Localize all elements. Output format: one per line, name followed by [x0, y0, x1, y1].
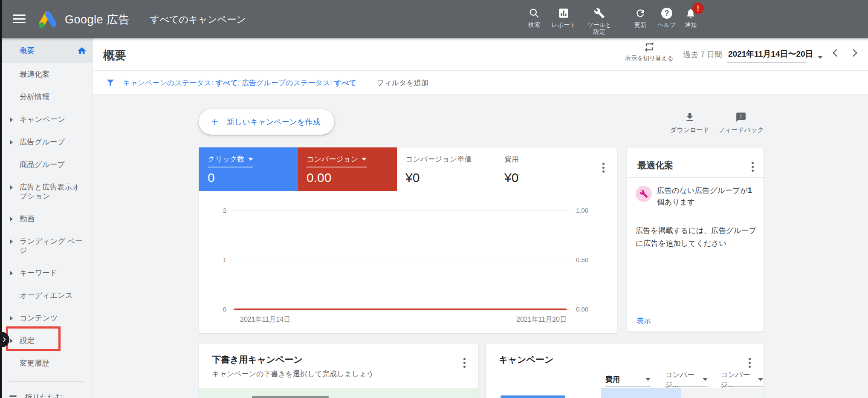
filter-funnel-icon — [106, 78, 115, 87]
clipped-link-fragment — [501, 395, 565, 398]
reports-icon — [558, 8, 569, 19]
sidebar-nav: 概要 最適化案 分析情報 キャンペーン 広告グループ 商品グループ 広告と広告表… — [0, 38, 93, 398]
metric-cost-per-conversion-value: ¥0 — [405, 170, 420, 185]
draft-campaigns-subtitle: キャンペーンの下書きを選択して完成しましょう — [212, 369, 374, 379]
filter-status-chip[interactable]: キャンペーンのステータス: すべて; 広告グループのステータス: すべて — [123, 78, 356, 88]
refresh-icon — [635, 8, 646, 19]
optimization-wrench-badge — [636, 186, 652, 202]
caret-down-icon — [703, 378, 708, 381]
sidebar-item-keywords[interactable]: キーワード — [0, 262, 93, 284]
clipped-text-fragment — [252, 396, 329, 398]
draft-row[interactable] — [199, 388, 478, 398]
left-axis-tick: 2 — [211, 207, 226, 214]
campaigns-column-select-conversions[interactable]: コンバージ... — [665, 372, 708, 387]
tools-settings-button[interactable]: ツールと設定 — [579, 8, 620, 35]
sidebar-item-recommendations[interactable]: 最適化案 — [0, 63, 93, 86]
view-toggle-label: 表示を切り替える — [617, 55, 681, 62]
sidebar-collapse-button[interactable]: 折りたたむ — [0, 386, 93, 398]
google-ads-app: Google 広告 すべてのキャンペーン 検索 レポート ツールと設定 — [0, 0, 868, 398]
sidebar-item-change-history[interactable]: 変更履歴 — [0, 352, 93, 375]
download-label: ダウンロード — [664, 126, 715, 134]
date-range-underline — [727, 62, 806, 63]
x-axis-start-label: 2021年11月14日 — [240, 315, 290, 324]
download-button[interactable]: ダウンロード — [664, 112, 715, 134]
campaigns-column-select-conversions2[interactable]: コンバージ... — [720, 372, 763, 387]
main-canvas: 新しいキャンペーンを作成 ダウンロード フィードバック クリック数 0 コンバー… — [93, 95, 868, 398]
sidebar-item-ads-extensions[interactable]: 広告と広告表示オプション — [0, 176, 93, 208]
left-axis-tick: 1 — [211, 256, 226, 263]
feedback-button[interactable]: フィードバック — [715, 112, 767, 134]
sidebar-item-content[interactable]: コンテンツ — [0, 307, 93, 329]
campaigns-row-conversion-cell — [681, 388, 764, 398]
metric-cost-value: ¥0 — [504, 170, 518, 185]
chevron-left-icon — [830, 47, 841, 58]
expand-arrow-icon — [10, 185, 13, 190]
metric-separator — [595, 147, 595, 191]
sidebar-item-audiences[interactable]: オーディエンス — [0, 284, 93, 307]
metric-separator — [496, 147, 496, 191]
sidebar-item-insights[interactable]: 分析情報 — [0, 86, 93, 108]
new-campaign-button[interactable]: 新しいキャンペーンを作成 — [199, 109, 334, 135]
campaigns-more-options-button[interactable] — [747, 356, 752, 369]
google-ads-logo-icon[interactable] — [37, 9, 59, 29]
reports-button[interactable]: レポート — [543, 8, 584, 28]
notifications-button[interactable]: 通知 — [670, 8, 711, 28]
sidebar-item-ad-groups[interactable]: 広告グループ — [0, 131, 93, 153]
sidebar-item-settings[interactable]: 設定 — [0, 329, 93, 352]
new-campaign-label: 新しいキャンペーンを作成 — [227, 117, 320, 127]
sidebar-item-overview[interactable]: 概要 — [0, 38, 93, 63]
wrench-icon — [639, 190, 648, 198]
caret-down-icon — [248, 158, 253, 161]
caret-down-icon — [362, 158, 367, 161]
metric-cost-per-conversion[interactable]: コンバージョン単価 ¥0 — [397, 147, 496, 191]
right-axis-tick: 1.00 — [576, 207, 602, 214]
view-toggle-button[interactable]: 表示を切り替える — [617, 41, 681, 62]
draft-campaigns-title: 下書き用キャンペーン — [212, 354, 303, 366]
plus-icon — [210, 117, 220, 127]
metric-cost[interactable]: 費用 ¥0 — [496, 147, 595, 191]
expand-arrow-icon — [10, 118, 13, 122]
conversions-series-line — [234, 309, 567, 310]
next-period-button[interactable] — [849, 47, 860, 60]
notifications-label: 通知 — [670, 21, 711, 28]
expand-arrow-icon — [10, 217, 13, 221]
sidebar-item-campaigns[interactable]: キャンペーン — [0, 108, 93, 131]
optimization-card-title: 最適化案 — [637, 159, 673, 171]
metric-clicks[interactable]: クリック数 0 — [199, 147, 298, 191]
sidebar-item-product-groups[interactable]: 商品グループ — [0, 153, 93, 176]
date-dropdown-button[interactable] — [818, 53, 823, 61]
date-range-picker[interactable]: 2021年11月14日〜20日 — [728, 49, 813, 60]
expand-arrow-icon — [10, 339, 13, 343]
metric-conversions[interactable]: コンバージョン 0.00 — [298, 147, 397, 191]
swap-view-icon — [643, 41, 655, 53]
collapse-minus-icon — [9, 395, 17, 397]
expand-arrow-icon — [10, 271, 13, 275]
optimization-card: 最適化案 広告のない広告グループが1 個あります 広告を掲載するには、広告グルー… — [627, 148, 764, 332]
campaigns-column-select-cost[interactable]: 費用 — [605, 372, 651, 387]
card-divider — [627, 177, 764, 178]
feedback-icon — [735, 112, 746, 123]
optimization-show-link[interactable]: 表示 — [637, 316, 651, 326]
caret-down-icon — [645, 378, 651, 381]
expand-arrow-icon — [10, 239, 13, 244]
scorecard-more-options-button[interactable] — [601, 161, 606, 174]
sidebar-item-landing-pages[interactable]: ランディング ページ — [0, 230, 93, 262]
menu-icon[interactable] — [13, 14, 26, 24]
previous-period-button[interactable] — [830, 47, 841, 60]
home-icon — [77, 46, 87, 55]
wrench-icon — [594, 8, 605, 19]
sidebar-item-videos[interactable]: 動画 — [0, 208, 93, 230]
optimization-more-options-button[interactable] — [750, 160, 755, 173]
feedback-label: フィードバック — [715, 126, 767, 134]
campaigns-card: キャンペーン 費用 コンバージ... コンバージ... — [486, 343, 764, 398]
reports-label: レポート — [543, 21, 584, 28]
campaigns-table-row[interactable] — [486, 388, 764, 398]
gridline — [231, 211, 570, 211]
x-axis-end-label: 2021年11月20日 — [498, 315, 567, 324]
campaigns-row-cost-cell — [601, 388, 681, 398]
chevron-right-icon — [1, 337, 7, 343]
add-filter-button[interactable]: フィルタを追加 — [377, 78, 428, 88]
tools-settings-label: ツールと設定 — [585, 21, 613, 35]
brand-title: Google 広告 — [65, 12, 130, 27]
drafts-more-options-button[interactable] — [462, 356, 467, 369]
